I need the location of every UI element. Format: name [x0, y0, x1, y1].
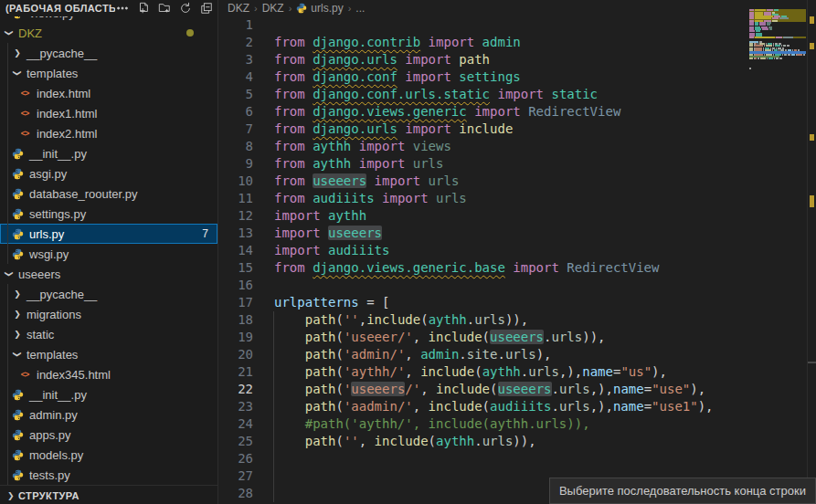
tree-file-index.html[interactable]: <>index.html — [0, 83, 217, 103]
code-line-1[interactable]: 1 — [218, 16, 816, 34]
html-file-icon: <> — [17, 109, 32, 118]
tree-item-label: settings.py — [29, 207, 86, 221]
explorer-section-header: (РАБОЧАЯ ОБЛАСТЬ) ... — [0, 0, 217, 16]
code-line-13[interactable]: 13import useeers — [218, 225, 816, 242]
tree-file-asgi.py[interactable]: asgi.py — [0, 163, 217, 184]
code-line-6[interactable]: 6from django.views.generic import Redire… — [218, 103, 816, 121]
breadcrumb-item[interactable]: ... — [355, 2, 365, 15]
code-line-20[interactable]: 20 path('admin/', admin.site.urls), — [218, 346, 816, 363]
eol-tooltip: Выберите последовательность конца строки — [549, 478, 816, 504]
tree-item-label: __init__.py — [29, 388, 87, 402]
python-file-icon — [10, 469, 25, 481]
warning-mark — [810, 134, 814, 141]
tree-file-index345.html[interactable]: <>index345.html — [0, 364, 217, 384]
tree-item-label: tests.py — [29, 468, 70, 482]
line-number: 20 — [218, 346, 253, 363]
tree-item-label: apps.py — [29, 428, 71, 442]
line-content: import audiiits — [253, 242, 389, 259]
code-line-15[interactable]: 15from django.views.generic.base import … — [218, 259, 816, 277]
line-number: 23 — [218, 398, 253, 415]
breadcrumb-item[interactable]: urls.py — [296, 2, 343, 15]
tree-folder-migrations[interactable]: ❯migrations — [0, 304, 217, 324]
tree-file-database_roouter.py[interactable]: database_roouter.py — [0, 184, 217, 204]
tree-file-tests.py[interactable]: tests.py — [0, 465, 217, 485]
tree-file-settings.py[interactable]: settings.py — [0, 204, 217, 224]
tree-file-models.py[interactable]: models.py — [0, 445, 217, 465]
tree-file-__init__.py[interactable]: __init__.py — [0, 384, 217, 404]
tree-item-label: index1.html — [37, 107, 97, 121]
collapse-folders-icon[interactable] — [199, 1, 214, 16]
code-line-8[interactable]: 8from aythh import views — [218, 138, 816, 155]
tree-folder-__pycache__[interactable]: ❯__pycache__ — [0, 43, 217, 63]
tree-file-apps.py[interactable]: apps.py — [0, 425, 217, 445]
code-line-21[interactable]: 21 path('aythh/', include(aythh.urls,),n… — [218, 363, 816, 381]
minimap[interactable] — [749, 7, 806, 66]
tree-item-label: database_roouter.py — [29, 187, 138, 201]
editor-indent-guide — [273, 311, 274, 502]
tree-folder-templates[interactable]: ❯templates — [0, 63, 217, 83]
python-file-icon — [10, 188, 25, 200]
line-number: 6 — [218, 103, 253, 121]
explorer-actions — [115, 1, 214, 16]
tree-file-urls.py[interactable]: urls.py7 — [0, 224, 217, 244]
overview-ruler[interactable] — [807, 0, 816, 504]
code-line-14[interactable]: 14import audiiits — [218, 242, 816, 259]
tree-file-admin.py[interactable]: admin.py — [0, 404, 217, 425]
code-line-26[interactable]: 26 — [218, 450, 816, 467]
code-line-17[interactable]: 17urlpatterns = [ — [218, 294, 816, 311]
tree-item-label: asgi.py — [29, 167, 67, 181]
new-file-icon[interactable] — [136, 1, 151, 16]
code-line-7[interactable]: 7from django.urls import include — [218, 121, 816, 138]
tree-folder-__pycache__[interactable]: ❯__pycache__ — [0, 284, 217, 304]
outline-section-header[interactable]: ❯ СТРУКТУРА — [0, 485, 217, 504]
tree-item-label: wsgi.py — [29, 247, 69, 261]
python-file-icon — [10, 389, 25, 401]
code-area[interactable]: 12from django.contrib import admin3from … — [218, 16, 816, 504]
tree-folder-useeers[interactable]: ❯useeers — [0, 264, 217, 284]
indent-guide — [7, 43, 8, 264]
line-content: import useeers — [253, 225, 382, 242]
code-line-24[interactable]: 24 #path('aythh/', include(aythh.urls)), — [218, 415, 816, 433]
code-line-23[interactable]: 23 path('aadmin/', include(audiiits.urls… — [218, 398, 816, 415]
code-line-2[interactable]: 2from django.contrib import admin — [218, 34, 816, 51]
python-file-icon — [10, 409, 25, 421]
tree-folder-DKZ[interactable]: ❯DKZ — [0, 23, 217, 43]
line-number: 27 — [218, 467, 253, 485]
breadcrumb-item[interactable]: DKZ — [262, 2, 284, 15]
refresh-explorer-icon[interactable] — [178, 1, 193, 16]
code-line-5[interactable]: 5from django.conf.urls.static import sta… — [218, 86, 816, 103]
code-line-3[interactable]: 3from django.urls import path — [218, 51, 816, 68]
line-content: path('', include(aythh.urls)), — [253, 433, 536, 450]
code-line-4[interactable]: 4from django.conf import settings — [218, 68, 816, 86]
tree-file-wsgi.py[interactable]: wsgi.py — [0, 244, 217, 264]
tree-file-index1.html[interactable]: <>index1.html — [0, 103, 217, 123]
code-line-11[interactable]: 11from audiiits import urls — [218, 190, 816, 207]
line-content: #path('aythh/', include(aythh.urls)), — [253, 415, 590, 433]
line-number: 11 — [218, 190, 253, 207]
tree-folder-static[interactable]: ❯static — [0, 324, 217, 344]
code-line-22[interactable]: 22 path('useeers/', include(useeers.urls… — [218, 381, 816, 398]
breadcrumb: DKZ›DKZ›urls.py›... — [218, 0, 816, 16]
line-content — [253, 485, 274, 502]
new-folder-icon[interactable] — [157, 1, 172, 16]
line-content: from django.views.generic import Redirec… — [253, 103, 620, 121]
code-line-9[interactable]: 9from aythh import urls — [218, 155, 816, 173]
code-line-25[interactable]: 25 path('', include(aythh.urls)), — [218, 433, 816, 450]
tree-item-label: useeers — [18, 268, 60, 281]
code-line-18[interactable]: 18 path('',include(aythh.urls)), — [218, 311, 816, 329]
line-content: path('aadmin/', include(audiiits.urls,),… — [253, 398, 714, 415]
chevron-right-icon: ❯ — [10, 289, 25, 299]
tree-file-__init__.py[interactable]: __init__.py — [0, 143, 217, 163]
code-line-10[interactable]: 10from useeers import urls — [218, 173, 816, 190]
tree-file-index2.html[interactable]: <>index2.html — [0, 123, 217, 143]
code-line-19[interactable]: 19 path('useeer/', include(useeers.urls)… — [218, 329, 816, 346]
code-line-16[interactable]: 16 — [218, 277, 816, 294]
more-actions-icon[interactable] — [115, 1, 130, 16]
tree-folder-templates[interactable]: ❯templates — [0, 344, 217, 364]
line-content: import aythh — [253, 207, 366, 225]
tree-item-label: templates — [26, 67, 78, 80]
breadcrumb-item[interactable]: DKZ — [228, 2, 249, 15]
code-line-12[interactable]: 12import aythh — [218, 207, 816, 225]
line-content: path('useeers/', include(useeers.urls,),… — [253, 381, 705, 398]
chevron-down-icon: ❯ — [13, 347, 22, 362]
